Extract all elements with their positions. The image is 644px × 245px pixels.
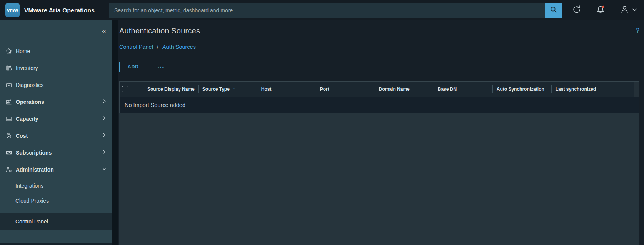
sidebar-item-subscriptions[interactable]: Subscriptions xyxy=(0,144,112,161)
scrollbar-spacer xyxy=(634,82,639,97)
global-search xyxy=(109,3,562,18)
add-button[interactable]: ADD xyxy=(119,62,147,72)
user-menu[interactable] xyxy=(619,4,637,16)
sidebar-subitem-label: Control Panel xyxy=(15,218,48,225)
refresh-icon xyxy=(572,5,582,16)
subscriptions-icon xyxy=(5,149,12,156)
brand-home-link[interactable]: vmw VMware Aria Operations xyxy=(0,3,109,17)
breadcrumb: Control Panel / Auth Sources xyxy=(119,44,639,50)
column-header-source-type[interactable]: Source Type ↑ xyxy=(199,82,257,97)
sidebar: « Home Inventory Diagnostics xyxy=(0,20,112,245)
column-header-host[interactable]: Host xyxy=(257,82,316,97)
sidebar-item-administration[interactable]: Administration xyxy=(0,161,112,178)
breadcrumb-separator: / xyxy=(157,44,158,50)
table-header-row: Source Display Name Source Type ↑ Host P… xyxy=(120,82,639,97)
top-bar: vmw VMware Aria Operations xyxy=(0,0,644,20)
sidebar-subitem-label: Cloud Proxies xyxy=(15,198,49,204)
sidebar-item-label: Administration xyxy=(16,167,54,173)
chevron-right-icon xyxy=(102,132,107,139)
column-header-base-dn[interactable]: Base DN xyxy=(434,82,493,97)
sidebar-item-inventory[interactable]: Inventory xyxy=(0,60,112,77)
sidebar-subitem-control-panel-selected[interactable]: Control Panel xyxy=(0,213,112,230)
app-title: VMware Aria Operations xyxy=(24,7,95,14)
sidebar-filler xyxy=(0,230,112,243)
sidebar-item-capacity[interactable]: Capacity xyxy=(0,110,112,127)
administration-icon xyxy=(5,166,12,173)
empty-message: No Import Source added xyxy=(125,102,185,108)
sidebar-item-label: Cost xyxy=(16,133,28,139)
diagnostics-icon xyxy=(5,82,12,88)
column-header-auto-synchronization[interactable]: Auto Synchronization xyxy=(493,82,552,97)
topbar-actions xyxy=(562,4,644,16)
search-input[interactable] xyxy=(109,3,545,18)
sidebar-nav: Home Inventory Diagnostics Operations xyxy=(0,41,112,208)
breadcrumb-link-control-panel[interactable]: Control Panel xyxy=(119,44,153,50)
more-actions-button[interactable]: ••• xyxy=(147,62,175,72)
sidebar-item-cost[interactable]: Cost xyxy=(0,127,112,144)
sidebar-item-home[interactable]: Home xyxy=(0,43,112,60)
notifications-button[interactable] xyxy=(596,5,606,16)
sidebar-subitem-label: Integrations xyxy=(15,183,43,189)
table-header-spacer xyxy=(130,82,143,97)
table-empty-area xyxy=(119,113,639,245)
sidebar-item-operations[interactable]: Operations xyxy=(0,93,112,110)
breadcrumb-link-auth-sources[interactable]: Auth Sources xyxy=(162,44,196,50)
column-header-domain-name[interactable]: Domain Name xyxy=(375,82,434,97)
select-all-checkbox[interactable] xyxy=(122,86,128,92)
sidebar-item-diagnostics[interactable]: Diagnostics xyxy=(0,77,112,93)
sidebar-item-label: Operations xyxy=(16,99,44,105)
chevron-down-icon xyxy=(102,166,107,173)
sidebar-item-label: Capacity xyxy=(16,116,38,122)
sidebar-header: « xyxy=(0,20,112,41)
home-icon xyxy=(5,48,12,55)
sidebar-bottom-edge xyxy=(0,243,112,245)
bell-icon xyxy=(596,5,606,16)
operations-icon xyxy=(5,98,12,105)
column-header-last-synchronized[interactable]: Last synchronized xyxy=(552,82,634,97)
chevron-right-icon xyxy=(102,115,107,122)
sidebar-content-gap xyxy=(112,20,118,245)
cost-icon xyxy=(5,132,12,139)
page-title: Authentication Sources xyxy=(119,27,200,35)
help-icon[interactable]: ? xyxy=(636,27,639,34)
search-icon xyxy=(549,5,558,15)
vmware-logo: vmw xyxy=(5,3,20,17)
user-icon xyxy=(619,4,630,16)
sidebar-subitem-cloud-proxies[interactable]: Cloud Proxies xyxy=(0,193,112,208)
chevron-right-icon xyxy=(102,98,107,105)
sort-ascending-icon: ↑ xyxy=(233,86,235,92)
sidebar-divider xyxy=(0,212,112,212)
capacity-icon xyxy=(5,115,12,122)
main-content: Authentication Sources ? Control Panel /… xyxy=(118,20,644,245)
sidebar-collapse-button[interactable]: « xyxy=(102,27,106,35)
column-header-port[interactable]: Port xyxy=(316,82,375,97)
sidebar-item-label: Inventory xyxy=(16,65,38,71)
column-header-source-display-name[interactable]: Source Display Name xyxy=(143,82,199,97)
table-empty-row: No Import Source added xyxy=(120,97,639,113)
sidebar-subitem-integrations[interactable]: Integrations xyxy=(0,178,112,193)
chevron-down-icon xyxy=(632,7,637,14)
refresh-button[interactable] xyxy=(572,5,582,16)
auth-sources-table: Source Display Name Source Type ↑ Host P… xyxy=(119,81,639,113)
toolbar: ADD ••• xyxy=(119,62,639,72)
chevron-right-icon xyxy=(102,149,107,156)
sidebar-item-label: Subscriptions xyxy=(16,150,52,156)
inventory-icon xyxy=(5,65,12,72)
select-all-cell xyxy=(120,82,130,97)
sidebar-item-label: Home xyxy=(16,48,30,54)
search-button[interactable] xyxy=(545,3,562,18)
notification-badge xyxy=(602,5,604,8)
sidebar-item-label: Diagnostics xyxy=(16,82,43,88)
